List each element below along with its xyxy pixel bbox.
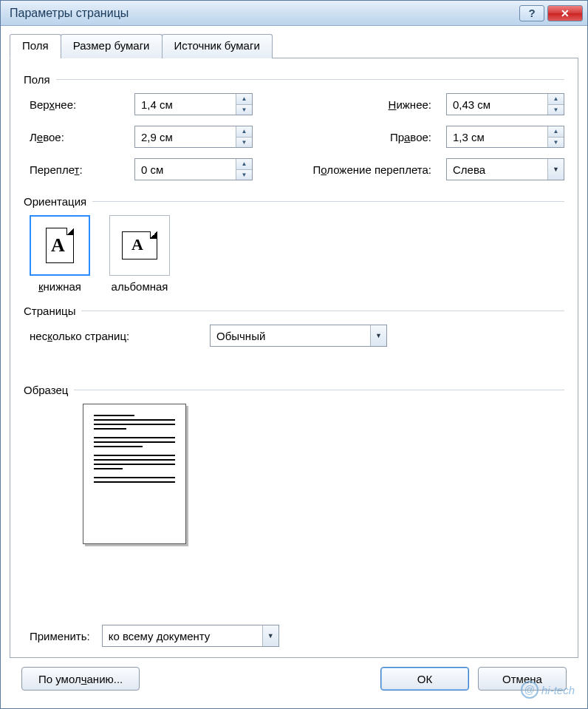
page-fold-icon xyxy=(66,228,74,235)
spin-down-icon[interactable]: ▼ xyxy=(236,138,252,148)
multiple-pages-label: несколько страниц: xyxy=(30,330,192,342)
preview-group-label: Образец xyxy=(24,384,564,396)
left-margin-input[interactable] xyxy=(135,126,236,147)
spin-down-icon[interactable]: ▼ xyxy=(236,170,252,180)
tab-strip: Поля Размер бумаги Источник бумаги xyxy=(10,34,578,58)
cancel-button[interactable]: Отмена xyxy=(478,667,567,691)
tab-paper-size[interactable]: Размер бумаги xyxy=(61,34,163,58)
spin-up-icon[interactable]: ▲ xyxy=(548,126,564,138)
top-margin-spinner[interactable]: ▲ ▼ xyxy=(134,93,253,115)
bottom-margin-input[interactable] xyxy=(447,94,547,115)
bottom-margin-spinner[interactable]: ▲ ▼ xyxy=(446,93,564,115)
apply-to-select[interactable]: ко всему документу ▼ xyxy=(102,625,279,647)
bottom-margin-label: Нижнее: xyxy=(261,98,437,111)
preview-line xyxy=(94,428,126,430)
apply-to-label: Применить: xyxy=(30,630,90,642)
right-margin-input[interactable] xyxy=(447,126,547,147)
titlebar: Параметры страницы ? ✕ xyxy=(1,1,587,26)
top-margin-input[interactable] xyxy=(135,94,236,115)
left-margin-label: Левое: xyxy=(30,131,126,143)
landscape-icon-box[interactable]: A xyxy=(109,215,170,276)
help-button[interactable]: ? xyxy=(519,5,544,21)
preview-line xyxy=(94,455,175,456)
orientation-row: A книжная A альбомная xyxy=(24,215,564,293)
page-letter: A xyxy=(51,234,65,257)
multiple-pages-value: Обычный xyxy=(211,330,370,342)
page-letter: A xyxy=(131,235,143,254)
tab-margins[interactable]: Поля xyxy=(10,34,61,58)
top-margin-spin-buttons: ▲ ▼ xyxy=(236,94,252,115)
multiple-pages-select[interactable]: Обычный ▼ xyxy=(210,325,387,347)
margins-group-label: Поля xyxy=(24,73,564,86)
dropdown-arrow-icon: ▼ xyxy=(370,325,386,346)
preview-line xyxy=(94,437,175,438)
landscape-page-icon: A xyxy=(122,231,157,259)
default-button[interactable]: По умолчанию... xyxy=(21,667,140,691)
left-margin-spinner[interactable]: ▲ ▼ xyxy=(134,126,253,148)
orientation-portrait[interactable]: A книжная xyxy=(30,215,90,293)
preview-page xyxy=(83,404,186,544)
right-margin-spinner[interactable]: ▲ ▼ xyxy=(446,126,564,148)
tab-paper-source[interactable]: Источник бумаги xyxy=(162,34,273,58)
top-margin-label: Верхнее: xyxy=(30,98,126,111)
gutter-position-value: Слева xyxy=(447,163,547,176)
gutter-position-label: Положение переплета: xyxy=(261,163,437,176)
orientation-landscape[interactable]: A альбомная xyxy=(109,215,170,293)
gutter-spin-buttons: ▲ ▼ xyxy=(236,159,252,180)
dropdown-arrow-icon: ▼ xyxy=(547,159,564,180)
preview-line xyxy=(94,459,175,461)
portrait-page-icon: A xyxy=(46,228,74,263)
preview-line xyxy=(94,481,175,483)
gutter-label: Переплет: xyxy=(30,163,126,176)
apply-row: Применить: ко всему документу ▼ xyxy=(24,625,564,647)
apply-to-value: ко всему документу xyxy=(103,630,262,642)
spin-down-icon[interactable]: ▼ xyxy=(548,105,564,115)
preview-line xyxy=(94,424,175,425)
spin-up-icon[interactable]: ▲ xyxy=(236,159,252,170)
close-icon: ✕ xyxy=(561,7,570,19)
preview-line xyxy=(94,441,175,443)
orientation-group-label: Ориентация xyxy=(24,195,564,208)
portrait-icon-box[interactable]: A xyxy=(30,215,90,276)
ok-button[interactable]: ОК xyxy=(380,667,469,691)
window-title: Параметры страницы xyxy=(5,7,516,20)
right-margin-spin-buttons: ▲ ▼ xyxy=(547,126,564,147)
pages-row: несколько страниц: Обычный ▼ xyxy=(24,325,564,347)
left-margin-spin-buttons: ▲ ▼ xyxy=(236,126,252,147)
spin-down-icon[interactable]: ▼ xyxy=(548,138,564,148)
tab-body: Поля Верхнее: ▲ ▼ Нижнее: ▲ ▼ xyxy=(10,58,578,658)
dropdown-arrow-icon: ▼ xyxy=(262,625,278,646)
spin-up-icon[interactable]: ▲ xyxy=(236,126,252,138)
portrait-label: книжная xyxy=(30,280,90,293)
preview-line xyxy=(94,446,143,447)
spin-down-icon[interactable]: ▼ xyxy=(236,105,252,115)
preview-line xyxy=(94,415,134,416)
preview-line xyxy=(94,477,175,478)
landscape-label: альбомная xyxy=(109,280,170,293)
gutter-spinner[interactable]: ▲ ▼ xyxy=(134,158,253,180)
page-setup-dialog: Параметры страницы ? ✕ Поля Размер бумаг… xyxy=(0,0,588,709)
gutter-input[interactable] xyxy=(135,159,236,180)
dialog-content: Поля Размер бумаги Источник бумаги Поля … xyxy=(1,26,587,708)
spin-up-icon[interactable]: ▲ xyxy=(548,94,564,105)
dialog-footer: По умолчанию... ОК Отмена xyxy=(10,658,578,699)
preview-line xyxy=(94,468,123,469)
help-icon: ? xyxy=(528,7,535,19)
preview-line xyxy=(94,419,175,421)
spin-up-icon[interactable]: ▲ xyxy=(236,94,252,105)
bottom-margin-spin-buttons: ▲ ▼ xyxy=(547,94,564,115)
preview-line xyxy=(94,464,175,465)
pages-group-label: Страницы xyxy=(24,305,564,317)
right-margin-label: Правое: xyxy=(261,131,437,143)
gutter-position-select[interactable]: Слева ▼ xyxy=(446,158,564,180)
page-fold-icon xyxy=(150,231,157,239)
preview-wrap xyxy=(24,404,564,544)
close-button[interactable]: ✕ xyxy=(547,5,583,21)
margins-grid: Верхнее: ▲ ▼ Нижнее: ▲ ▼ Левое: xyxy=(24,93,564,180)
